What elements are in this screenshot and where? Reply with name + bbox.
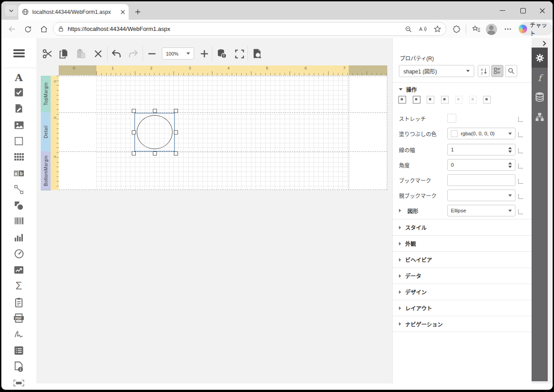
tool-sparkline[interactable] — [1, 262, 36, 277]
resize-handle-e[interactable] — [174, 130, 178, 134]
tab-data-sources[interactable] — [532, 87, 548, 107]
angle-input[interactable] — [447, 159, 515, 171]
fill-color-dropdown[interactable]: rgba(0, 0, 0, 0) — [447, 128, 515, 139]
property-section-header[interactable]: レイアウト — [393, 300, 532, 316]
tool-gauge[interactable] — [1, 246, 36, 261]
report-page[interactable] — [59, 76, 387, 190]
detail-boundary[interactable] — [59, 151, 387, 152]
tool-barcode[interactable] — [1, 213, 36, 228]
tab-document-outline[interactable] — [532, 107, 548, 127]
tool-image[interactable] — [1, 117, 36, 133]
extensions-button[interactable] — [451, 23, 463, 35]
zoom-out-icon[interactable] — [404, 25, 412, 33]
delete-button[interactable] — [91, 47, 105, 60]
band-detail[interactable]: Detail — [41, 112, 51, 152]
tab-properties[interactable] — [532, 48, 548, 68]
tool-signature[interactable] — [1, 327, 36, 342]
resize-handle-nw[interactable] — [132, 109, 136, 113]
object-selector-dropdown[interactable]: shape1 (図形) — [399, 65, 474, 77]
tool-textbox[interactable]: A — [1, 69, 36, 85]
tab-expressions[interactable]: f — [532, 68, 548, 88]
angle-field[interactable] — [451, 162, 505, 168]
property-section-header[interactable]: デザイン — [393, 284, 532, 300]
redo-button[interactable] — [126, 47, 140, 60]
categorize-button[interactable] — [491, 65, 503, 77]
favorites-button[interactable] — [470, 23, 482, 35]
shape-type-dropdown[interactable]: Ellipse — [447, 205, 515, 216]
browser-tab[interactable]: localhost:44344/WebForm1.aspx — [18, 4, 129, 20]
undo-button[interactable] — [110, 47, 123, 60]
address-input[interactable]: https://localhost:44344/WebForm1.aspx A — [53, 22, 446, 36]
resize-handle-w[interactable] — [132, 130, 136, 134]
property-section-header[interactable]: ナビゲーション — [393, 316, 532, 332]
selection-rectangle[interactable] — [134, 113, 175, 151]
property-section-header[interactable]: 外観 — [393, 235, 532, 251]
paste-button[interactable] — [74, 47, 87, 60]
property-binding-icon[interactable] — [518, 148, 523, 153]
tool-checklist[interactable] — [1, 295, 36, 310]
window-minimize-button[interactable] — [492, 1, 513, 20]
tool-checkbox[interactable] — [1, 85, 36, 100]
favorite-star-icon[interactable] — [433, 25, 441, 33]
parent-bookmark-dropdown[interactable] — [447, 190, 515, 201]
window-close-button[interactable] — [532, 1, 553, 20]
tool-pdf[interactable]: PDF — [1, 310, 36, 326]
resize-handle-se[interactable] — [174, 151, 178, 155]
home-button[interactable] — [38, 23, 50, 35]
bookmark-input[interactable] — [447, 174, 515, 186]
tool-inputfield[interactable]: a b — [1, 166, 36, 181]
tab-search-chevron-button[interactable] — [5, 5, 17, 16]
tool-richtext[interactable] — [1, 101, 36, 116]
collapse-panel-button[interactable] — [541, 40, 548, 47]
property-binding-icon[interactable] — [518, 132, 523, 137]
tool-report-info[interactable] — [1, 359, 36, 375]
cut-button[interactable] — [41, 47, 54, 60]
property-section-header[interactable]: ビヘイビア — [393, 251, 532, 267]
resize-handle-ne[interactable] — [174, 109, 178, 113]
band-top-margin[interactable]: TopMargin — [41, 76, 51, 113]
resize-handle-s[interactable] — [153, 151, 157, 155]
new-tab-button[interactable] — [132, 6, 143, 17]
tool-chart[interactable] — [1, 230, 36, 245]
window-maximize-button[interactable] — [513, 1, 533, 20]
tool-table[interactable] — [1, 149, 36, 164]
tab-close-icon[interactable] — [121, 10, 125, 14]
copy-button[interactable] — [57, 47, 70, 60]
operation-icon-2[interactable] — [410, 94, 424, 105]
property-binding-icon[interactable] — [518, 194, 523, 199]
chevron-collapsed-icon[interactable] — [399, 209, 401, 212]
line-width-field[interactable] — [451, 147, 505, 152]
stretch-checkbox[interactable] — [447, 114, 456, 123]
line-width-input[interactable] — [447, 144, 515, 155]
menu-button[interactable] — [1, 46, 36, 61]
operation-icon-7[interactable] — [480, 94, 494, 105]
property-section-header[interactable]: データ — [393, 267, 532, 284]
property-binding-icon[interactable] — [518, 209, 523, 214]
tool-overflow[interactable] — [1, 375, 36, 390]
operation-icon-3[interactable] — [424, 94, 438, 105]
sort-alpha-button[interactable]: AZ — [478, 65, 490, 77]
property-binding-icon[interactable] — [518, 117, 523, 122]
resize-handle-n[interactable] — [153, 109, 157, 113]
zoom-out-button[interactable] — [145, 47, 159, 60]
property-binding-icon[interactable] — [518, 179, 523, 184]
zoom-level-select[interactable]: 100% — [162, 47, 194, 60]
top-margin-boundary[interactable] — [59, 112, 387, 113]
property-binding-icon[interactable] — [518, 164, 523, 168]
preview-button[interactable] — [250, 47, 264, 60]
tool-list[interactable] — [1, 343, 36, 358]
data-source-button[interactable] — [215, 47, 229, 60]
tool-shape[interactable] — [1, 198, 36, 213]
tool-rectangle[interactable] — [1, 134, 36, 149]
search-properties-button[interactable] — [505, 65, 517, 77]
spinner-arrows-icon[interactable] — [508, 162, 512, 168]
tool-formula[interactable]: Σ — [1, 278, 36, 293]
zoom-in-button[interactable] — [198, 47, 211, 60]
settings-menu-button[interactable] — [502, 23, 514, 35]
profile-button[interactable] — [485, 23, 497, 35]
fullscreen-button[interactable] — [233, 47, 246, 60]
back-button[interactable] — [6, 23, 18, 35]
operation-icon-4[interactable] — [438, 94, 452, 105]
refresh-button[interactable] — [22, 23, 34, 35]
property-section-header[interactable]: スタイル — [393, 219, 532, 235]
